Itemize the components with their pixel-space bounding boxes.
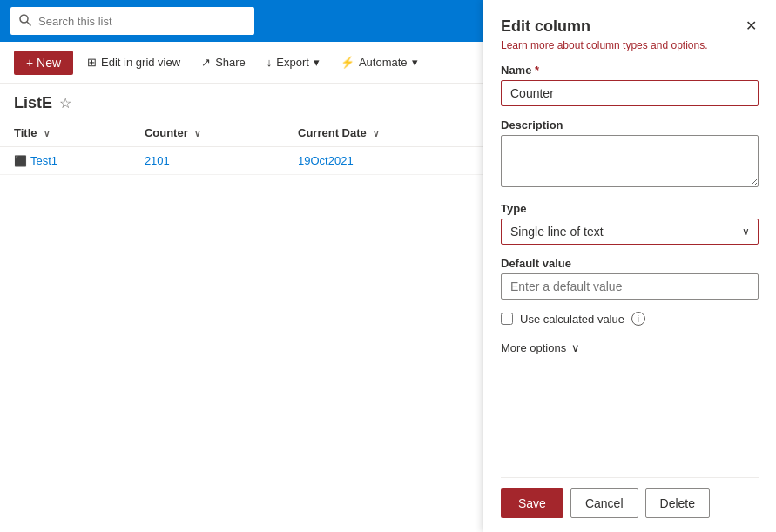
description-input[interactable] bbox=[501, 135, 759, 187]
required-marker: * bbox=[535, 64, 539, 77]
save-button[interactable]: Save bbox=[501, 488, 563, 518]
type-label: Type bbox=[501, 202, 759, 215]
share-icon: ↗ bbox=[201, 56, 211, 69]
column-header-current-date[interactable]: Current Date ∨ bbox=[284, 119, 483, 147]
search-bar bbox=[0, 0, 483, 42]
default-value-group: Default value bbox=[501, 257, 759, 300]
chevron-down-icon: ∨ bbox=[571, 341, 580, 354]
export-icon: ↓ bbox=[267, 56, 273, 69]
list-table: Title ∨ Counter ∨ Current Date ∨ ⬛Test1 bbox=[0, 119, 483, 175]
sort-arrow-icon: ∨ bbox=[194, 129, 200, 138]
new-button[interactable]: + New bbox=[14, 51, 73, 75]
panel-footer: Save Cancel Delete bbox=[501, 477, 759, 518]
cell-title[interactable]: ⬛Test1 bbox=[0, 147, 131, 175]
chevron-down-icon: ▾ bbox=[412, 56, 418, 69]
automate-button[interactable]: ⚡ Automate ▾ bbox=[334, 52, 425, 72]
type-select[interactable]: Single line of textMultiple lines of tex… bbox=[501, 219, 759, 245]
sort-arrow-icon: ∨ bbox=[373, 129, 379, 138]
list-title: ListE bbox=[14, 94, 52, 112]
more-options-button[interactable]: More options ∨ bbox=[501, 338, 759, 358]
table-row: ⬛Test1 2101 19Oct2021 bbox=[0, 147, 483, 175]
name-input[interactable] bbox=[501, 80, 759, 106]
table-area: Title ∨ Counter ∨ Current Date ∨ ⬛Test1 bbox=[0, 119, 483, 532]
search-icon bbox=[19, 14, 31, 29]
cancel-button[interactable]: Cancel bbox=[570, 488, 638, 518]
default-value-input[interactable] bbox=[501, 273, 759, 300]
name-field-group: Name * bbox=[501, 64, 759, 106]
cell-counter: 2101 bbox=[131, 147, 284, 175]
automate-icon: ⚡ bbox=[341, 56, 354, 69]
edit-grid-button[interactable]: ⊞ Edit in grid view bbox=[80, 52, 187, 72]
search-wrapper bbox=[10, 7, 254, 35]
description-field-group: Description bbox=[501, 118, 759, 190]
column-header-counter[interactable]: Counter ∨ bbox=[131, 119, 284, 147]
export-button[interactable]: ↓ Export ▾ bbox=[260, 52, 327, 72]
use-calculated-label: Use calculated value bbox=[520, 313, 624, 326]
column-header-title[interactable]: Title ∨ bbox=[0, 119, 131, 147]
info-icon[interactable]: i bbox=[631, 312, 645, 326]
share-button[interactable]: ↗ Share bbox=[194, 52, 253, 72]
panel-spacer bbox=[501, 358, 759, 477]
cell-date: 19Oct2021 bbox=[284, 147, 483, 175]
name-label: Name * bbox=[501, 64, 759, 77]
panel-header: Edit column ✕ bbox=[501, 17, 759, 36]
toolbar: + New ⊞ Edit in grid view ↗ Share ↓ Expo… bbox=[0, 42, 483, 84]
type-select-wrapper: Single line of textMultiple lines of tex… bbox=[501, 219, 759, 245]
learn-more-link[interactable]: Learn more about column types and option… bbox=[501, 39, 759, 51]
description-label: Description bbox=[501, 118, 759, 131]
panel-title: Edit column bbox=[501, 17, 590, 36]
chevron-down-icon: ▾ bbox=[314, 56, 320, 69]
edit-column-panel: Edit column ✕ Learn more about column ty… bbox=[483, 0, 776, 532]
left-panel: + New ⊞ Edit in grid view ↗ Share ↓ Expo… bbox=[0, 0, 483, 532]
table-header-row: Title ∨ Counter ∨ Current Date ∨ bbox=[0, 119, 483, 147]
row-icon: ⬛ bbox=[14, 155, 27, 167]
svg-line-1 bbox=[27, 22, 30, 25]
search-input[interactable] bbox=[38, 15, 246, 28]
type-field-group: Type Single line of textMultiple lines o… bbox=[501, 202, 759, 245]
use-calculated-checkbox[interactable] bbox=[501, 313, 513, 325]
close-panel-button[interactable]: ✕ bbox=[744, 17, 759, 35]
grid-icon: ⊞ bbox=[87, 56, 97, 69]
favorite-star-icon[interactable]: ☆ bbox=[59, 95, 71, 111]
delete-button[interactable]: Delete bbox=[645, 488, 710, 518]
sort-arrow-icon: ∨ bbox=[44, 129, 50, 138]
default-value-label: Default value bbox=[501, 257, 759, 270]
list-header: ListE ☆ bbox=[0, 84, 483, 119]
calculated-value-row: Use calculated value i bbox=[501, 312, 759, 326]
